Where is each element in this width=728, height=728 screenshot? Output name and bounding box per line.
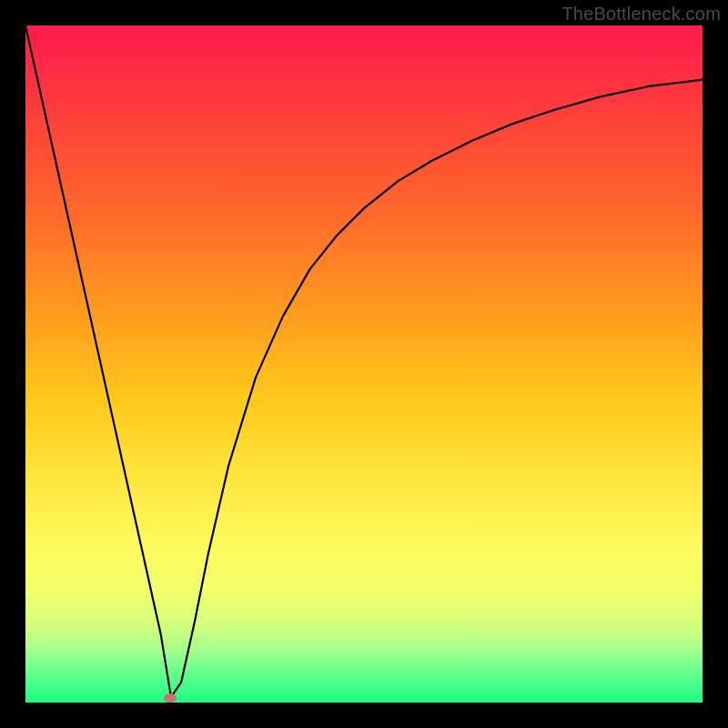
bottleneck-curve [25,25,703,703]
optimal-point-marker [164,693,177,703]
plot-area [25,25,703,703]
chart-frame: TheBottleneck.com [0,0,728,728]
watermark-text: TheBottleneck.com [561,4,721,25]
